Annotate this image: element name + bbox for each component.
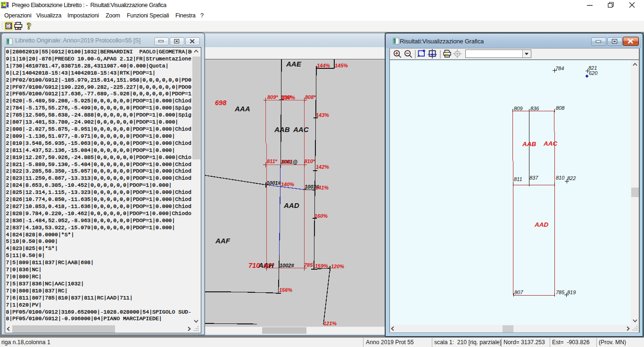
svg-text:822: 822 (567, 175, 576, 181)
svg-text:?: ? (27, 22, 31, 31)
svg-text:809*: 809* (267, 94, 278, 100)
svg-text:809: 809 (514, 105, 522, 111)
svg-text:837: 837 (529, 174, 538, 180)
svg-text:160%: 160% (314, 213, 328, 219)
svg-text:AAB: AAB (522, 140, 536, 147)
svg-text:AAA: AAA (234, 105, 250, 113)
svg-text:AAD: AAD (534, 221, 548, 228)
svg-text:142%: 142% (316, 164, 329, 170)
svg-text:785*: 785* (304, 262, 315, 268)
svg-text:AAB: AAB (274, 125, 290, 133)
svg-text:836: 836 (530, 105, 539, 111)
svg-text:120%: 120% (331, 264, 344, 269)
svg-text:121%: 121% (323, 321, 337, 326)
svg-text:784: 784 (555, 65, 564, 71)
svg-text:807*: 807* (264, 263, 274, 268)
svg-text:144%: 144% (317, 63, 330, 68)
svg-text:230%: 230% (281, 95, 295, 100)
svg-text:819: 819 (567, 289, 576, 295)
svg-text:145%: 145% (335, 63, 348, 68)
svg-text:785: 785 (556, 289, 565, 295)
svg-text:811*: 811* (267, 158, 278, 164)
svg-text:1001#: 1001# (266, 180, 281, 186)
svg-text:AAC: AAC (543, 140, 557, 147)
svg-text:836*: 836* (281, 159, 292, 165)
svg-text:810: 810 (556, 174, 565, 180)
svg-text:AAE: AAE (286, 60, 302, 68)
svg-text:140%: 140% (281, 182, 294, 187)
svg-text:AAC: AAC (293, 125, 309, 133)
svg-text:698: 698 (215, 99, 227, 107)
svg-text:141%: 141% (315, 185, 329, 190)
svg-text:807: 807 (514, 289, 523, 295)
svg-text:156%: 156% (279, 287, 292, 293)
svg-text:808: 808 (556, 105, 565, 110)
svg-text:710: 710 (248, 262, 260, 269)
svg-text:810*: 810* (305, 158, 315, 164)
svg-text:AAF: AAF (215, 237, 231, 245)
svg-text:811: 811 (514, 176, 522, 182)
svg-text:143%: 143% (316, 112, 329, 118)
svg-text:AAD: AAD (283, 201, 299, 209)
svg-text:808*: 808* (305, 94, 316, 100)
svg-text:1002#: 1002# (280, 263, 294, 268)
svg-text:159%: 159% (315, 263, 328, 269)
svg-text:620: 620 (589, 70, 598, 75)
